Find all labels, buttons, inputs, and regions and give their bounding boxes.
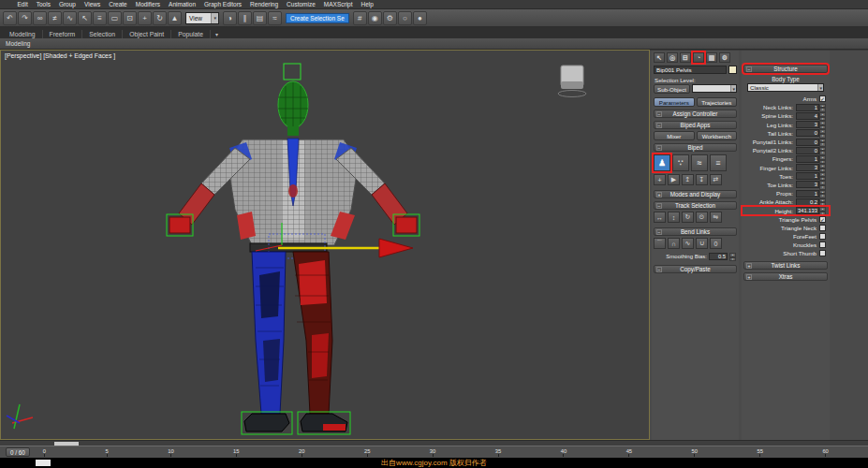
menu-item[interactable]: Animation	[165, 1, 200, 7]
biped-playback-icon[interactable]: ▶	[668, 174, 680, 185]
motion-flow-mode-button[interactable]: ≈	[691, 154, 708, 171]
window-crossing-icon[interactable]: ⊡	[123, 11, 137, 25]
display-tab[interactable]: ▤	[706, 52, 717, 63]
spinner[interactable]: ▴▾	[729, 253, 736, 260]
spinner[interactable]: ▴▾	[819, 155, 826, 163]
frame-tick[interactable]: 30	[430, 448, 435, 457]
render-setup-icon[interactable]: ⚙	[383, 11, 397, 25]
object-name-field[interactable]: Bip001 Pelvis	[654, 66, 727, 74]
field-value[interactable]: 1	[796, 172, 819, 180]
checkbox[interactable]	[819, 241, 826, 248]
schematic-view-icon[interactable]: #	[353, 11, 367, 25]
ribbon-tab[interactable]: Modeling	[3, 30, 43, 38]
menu-item[interactable]: Customize	[283, 1, 320, 7]
ribbon-tab[interactable]: Object Paint	[123, 30, 171, 38]
bend-horizontal-icon[interactable]: ⌒	[654, 238, 666, 249]
spinner[interactable]: ▴▾	[819, 129, 826, 137]
structure-rollout[interactable]: − Structure	[743, 65, 828, 73]
collapse-icon[interactable]: −	[656, 267, 662, 272]
align-icon[interactable]: ∥	[238, 11, 252, 25]
rotate-icon[interactable]: ↻	[153, 11, 167, 25]
viewport-canvas[interactable]	[1, 51, 649, 439]
scale-icon[interactable]: ▲	[168, 11, 182, 25]
frame-tick[interactable]: 40	[561, 448, 566, 457]
menu-item[interactable]: MAXScript	[319, 1, 357, 7]
utilities-tab[interactable]: ⚙	[719, 52, 730, 63]
field-value[interactable]: 1	[796, 155, 819, 163]
rect-region-icon[interactable]: ▭	[108, 11, 122, 25]
body-horizontal-icon[interactable]: ↔	[654, 212, 666, 223]
modes-and-display-rollout[interactable]: + Modes and Display	[654, 190, 737, 198]
rendered-frame-icon[interactable]: ○	[398, 11, 412, 25]
smoothing-bias-value[interactable]: 0.5	[709, 253, 728, 260]
spinner[interactable]: ▴▾	[819, 121, 826, 128]
ribbon-collapse-icon[interactable]: ▾	[211, 30, 223, 38]
collapse-icon[interactable]: −	[656, 229, 662, 235]
named-selection-set-combo[interactable]: Create Selection Se	[286, 13, 349, 23]
expand-icon[interactable]: +	[656, 192, 662, 197]
redo-icon[interactable]: ↷	[18, 11, 32, 25]
spinner[interactable]: ▴▾	[819, 172, 826, 180]
sub-object-combo[interactable]: ▾	[692, 84, 737, 93]
spinner[interactable]: ▴▾	[819, 147, 826, 154]
collapse-icon[interactable]: −	[656, 111, 662, 117]
field-value[interactable]: 0	[796, 147, 819, 154]
spinner[interactable]: ▴▾	[819, 181, 826, 188]
perspective-viewport[interactable]: [Perspective] [Shaded + Edged Faces ]	[0, 50, 650, 440]
field-value[interactable]: 1	[796, 190, 819, 197]
frame-tick[interactable]: 5	[105, 448, 108, 457]
timeline-ruler[interactable]: 0 / 60 051015202530354045505560	[0, 446, 868, 458]
sub-object-button[interactable]: Sub-Object	[654, 84, 690, 94]
collapsed-rollout[interactable]: + Xtras	[743, 272, 828, 281]
move-icon[interactable]: +	[138, 11, 152, 25]
collapse-icon[interactable]: −	[656, 145, 662, 151]
menu-item[interactable]: Modifiers	[131, 1, 164, 7]
load-file-icon[interactable]: ↥	[682, 174, 694, 185]
twist-links-icon[interactable]: ∿	[682, 238, 694, 249]
unlink-icon[interactable]: ≠	[48, 11, 62, 25]
modify-tab[interactable]: ◎	[667, 52, 678, 63]
bend-vertical-icon[interactable]: ∩	[668, 238, 680, 249]
checkbox[interactable]	[819, 216, 826, 223]
checkbox[interactable]	[819, 95, 826, 102]
field-value[interactable]: 3	[796, 164, 819, 171]
menu-item[interactable]: Tools	[32, 1, 54, 7]
checkbox[interactable]	[819, 225, 826, 231]
field-value[interactable]: 0.2	[796, 198, 819, 206]
select-by-name-icon[interactable]: ≡	[93, 11, 107, 25]
time-slider-handle[interactable]: 0 / 60	[6, 447, 30, 457]
curve-editor-icon[interactable]: ≈	[268, 11, 282, 25]
workbench-button[interactable]: Workbench	[697, 131, 738, 140]
frame-tick[interactable]: 25	[364, 448, 370, 457]
hierarchy-tab[interactable]: ⊟	[680, 52, 691, 63]
mixer-mode-button[interactable]: ≡	[710, 154, 727, 171]
ribbon-tab[interactable]: Selection	[82, 30, 123, 38]
frame-tick[interactable]: 45	[626, 448, 632, 457]
spinner[interactable]: ▴▾	[819, 190, 826, 197]
frame-tick[interactable]: 55	[757, 448, 762, 457]
footstep-mode-button[interactable]: ∵	[672, 154, 689, 171]
frame-tick[interactable]: 10	[168, 448, 173, 457]
frame-tick[interactable]: 50	[692, 448, 698, 457]
convert-icon[interactable]: ⇄	[710, 174, 722, 185]
smooth-twist-icon[interactable]: ∪	[696, 238, 708, 249]
expand-icon[interactable]: +	[746, 263, 752, 269]
motion-tab[interactable]: ◔	[693, 52, 704, 63]
view-reference-combo[interactable]: View▾	[185, 12, 219, 24]
bend-links-rollout[interactable]: − Bend Links	[654, 227, 737, 236]
symmetrical-icon[interactable]: ⇋	[710, 212, 722, 223]
assign-controller-rollout[interactable]: − Assign Controller	[654, 110, 737, 118]
field-value[interactable]: 3	[796, 121, 819, 128]
field-value[interactable]: 4	[796, 112, 819, 120]
track-selection-rollout[interactable]: − Track Selection	[654, 201, 737, 210]
spinner[interactable]: ▴▾	[819, 112, 826, 120]
frame-tick[interactable]: 20	[299, 448, 304, 457]
trajectories-button[interactable]: Trajectories	[697, 97, 738, 107]
menu-item[interactable]: Rendering	[246, 1, 283, 7]
copy-paste-rollout[interactable]: − Copy/Paste	[654, 265, 737, 273]
zero-twist-icon[interactable]: 0	[710, 238, 722, 249]
menu-item[interactable]: Views	[80, 1, 104, 7]
collapse-icon[interactable]: −	[746, 66, 752, 72]
parameters-button[interactable]: Parameters	[654, 97, 695, 107]
viewcube[interactable]	[558, 66, 586, 97]
